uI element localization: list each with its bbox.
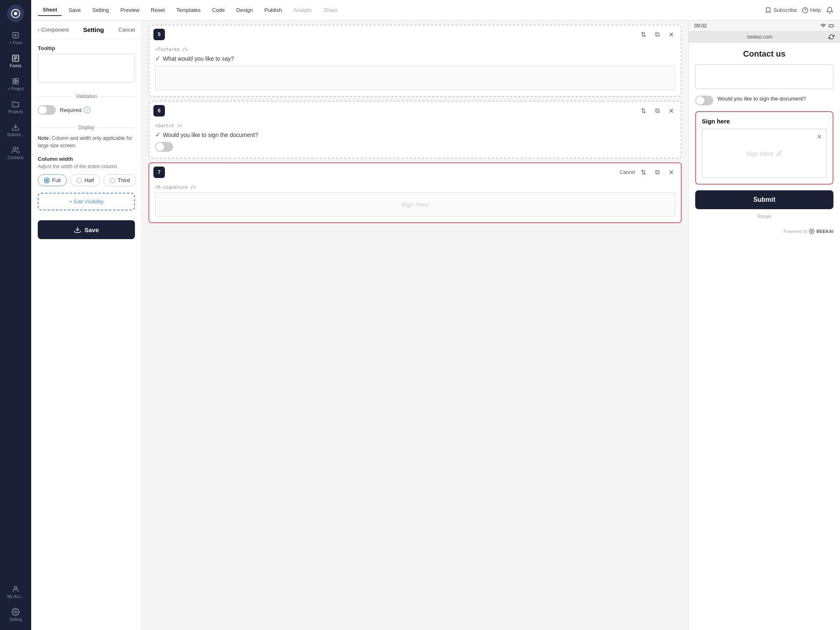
- card-5-copy-btn[interactable]: ⧉: [651, 29, 663, 40]
- card-7-actions: Cancel ⇅ ⧉ ✕: [620, 167, 677, 178]
- nav-code[interactable]: Code: [207, 5, 230, 16]
- radio-third-dot: [110, 178, 115, 183]
- preview-form-title: Contact us: [695, 49, 833, 59]
- account-icon: [11, 585, 20, 593]
- nav-preview[interactable]: Preview: [116, 5, 144, 16]
- cancel-button[interactable]: Cancel: [119, 27, 135, 33]
- sidebar-item-add-form[interactable]: + Form: [2, 28, 29, 48]
- card-6-type: <Switch />: [155, 123, 675, 128]
- sidebar-item-submissions[interactable]: Submis...: [2, 120, 29, 140]
- card-5-label: ✓ What would you like to say?: [155, 55, 675, 62]
- refresh-icon[interactable]: [829, 34, 834, 40]
- column-width-sub: Adjust the width of the entire column.: [31, 164, 142, 174]
- nav-publish[interactable]: Publish: [260, 5, 287, 16]
- card-6-delete-btn[interactable]: ✕: [665, 105, 677, 116]
- card-6-body: <Switch /> ✓ Would you like to sign the …: [149, 120, 681, 158]
- card-7-move-btn[interactable]: ⇅: [637, 167, 649, 178]
- card-5-body: <Textarea /> ✓ What would you like to sa…: [149, 43, 681, 96]
- sidebar-item-projects[interactable]: Projects: [2, 97, 29, 117]
- edit-visibility-button[interactable]: + Edit Visibility: [38, 193, 135, 210]
- sign-close-button[interactable]: ✕: [814, 132, 824, 142]
- svg-point-16: [15, 611, 17, 613]
- svg-point-14: [13, 147, 16, 150]
- form-card-5: 5 ⇅ ⧉ ✕ <Textarea /> ✓ What would you li…: [148, 25, 682, 97]
- required-row: Required i: [31, 103, 142, 121]
- preview-toggle-row: Would you like to sign the document?: [695, 95, 833, 105]
- notifications-button[interactable]: [826, 7, 833, 14]
- bell-icon: [826, 7, 833, 14]
- save-button[interactable]: Save: [38, 220, 135, 239]
- column-width-radio-group: Full Half Third: [31, 174, 142, 193]
- nav-setting[interactable]: Setting: [87, 5, 114, 16]
- svg-rect-12: [16, 82, 18, 84]
- gear-icon: [11, 608, 20, 616]
- help-button[interactable]: Help: [802, 7, 821, 14]
- display-note: Note: Column and width only applicable f…: [31, 135, 142, 154]
- bookmark-icon: [765, 7, 772, 14]
- sidebar-item-account[interactable]: My Acc...: [2, 582, 29, 602]
- card-6-number: 6: [153, 105, 165, 116]
- nav-share[interactable]: Share: [319, 5, 343, 16]
- preview-reset-link[interactable]: Reset: [695, 213, 833, 219]
- sidebar-item-add-project[interactable]: + Project: [2, 74, 29, 94]
- card-7-copy-btn[interactable]: ⧉: [651, 167, 663, 178]
- required-toggle[interactable]: [38, 105, 56, 115]
- contacts-icon: [11, 146, 20, 154]
- radio-third[interactable]: Third: [103, 174, 136, 186]
- form-card-6: 6 ⇅ ⧉ ✕ <Switch /> ✓ Would you like to s…: [148, 101, 682, 158]
- tooltip-textarea[interactable]: [38, 54, 135, 82]
- forms-icon: [11, 54, 20, 62]
- card-7-cancel[interactable]: Cancel: [620, 169, 635, 175]
- radio-half[interactable]: Half: [70, 174, 100, 186]
- nav-save[interactable]: Save: [64, 5, 86, 16]
- preview-submit-button[interactable]: Submit: [695, 190, 833, 209]
- subscribe-button[interactable]: Subscribe: [765, 7, 797, 14]
- sidebar-item-contacts[interactable]: Contacts: [2, 143, 29, 163]
- card-6-move-btn[interactable]: ⇅: [637, 105, 649, 116]
- card-6-copy-btn[interactable]: ⧉: [651, 105, 663, 116]
- svg-point-15: [14, 586, 17, 589]
- form-card-7: 7 Cancel ⇅ ⧉ ✕ <E-signature /> Sign Here: [148, 162, 682, 223]
- sidebar-item-forms[interactable]: Forms: [2, 51, 29, 71]
- card-7-sign-field[interactable]: Sign Here: [155, 192, 675, 217]
- display-divider: Display: [31, 121, 142, 135]
- preview-statusbar: 09:02: [689, 21, 840, 32]
- radio-full[interactable]: Full: [38, 174, 67, 186]
- card-5-actions: ⇅ ⧉ ✕: [637, 29, 677, 40]
- preview-content: Contact us Would you like to sign the do…: [689, 43, 840, 630]
- form-add-icon: [11, 31, 20, 39]
- card-5-textarea[interactable]: [155, 66, 675, 90]
- main-area: Sheet Save Setting Preview Reset Templat…: [31, 0, 840, 630]
- card-6-actions: ⇅ ⧉ ✕: [637, 105, 677, 116]
- card-6-switch[interactable]: [155, 142, 173, 152]
- nav-templates[interactable]: Templates: [171, 5, 205, 16]
- check-icon-6: ✓: [155, 131, 160, 139]
- card-6-label: ✓ Would you like to sign the document?: [155, 131, 675, 139]
- radio-full-dot: [44, 178, 50, 183]
- required-info-icon[interactable]: i: [84, 107, 90, 113]
- preview-toggle[interactable]: [695, 96, 713, 105]
- nav-sheet[interactable]: Sheet: [38, 4, 62, 16]
- card-5-delete-btn[interactable]: ✕: [665, 29, 677, 40]
- card-5-move-btn[interactable]: ⇅: [637, 29, 649, 40]
- tooltip-section: Tooltip: [31, 39, 142, 89]
- preview-textarea[interactable]: [695, 64, 833, 89]
- nav-reset[interactable]: Reset: [146, 5, 170, 16]
- back-button[interactable]: ‹ Component: [38, 27, 69, 33]
- nav-design[interactable]: Design: [231, 5, 258, 16]
- preview-toggle-text: Would you like to sign the document?: [717, 95, 806, 103]
- preview-urlbar: beekai.com: [689, 32, 840, 43]
- sidebar-logo[interactable]: [7, 5, 24, 22]
- logo-icon: [11, 9, 21, 18]
- card-7-delete-btn[interactable]: ✕: [665, 167, 677, 178]
- preview-sign-here-box: Sign here ✕ Sign Here: [695, 111, 833, 185]
- sidebar-item-setting[interactable]: Setting: [2, 605, 29, 625]
- card-5-number: 5: [153, 29, 165, 40]
- preview-sign-here-inner[interactable]: ✕ Sign Here: [702, 129, 827, 178]
- nav-analytic[interactable]: Analytic: [288, 5, 317, 16]
- required-label: Required i: [60, 107, 90, 113]
- right-preview: 09:02 beekai.com Contact us Would you li…: [688, 21, 840, 630]
- pencil-icon: [776, 150, 783, 157]
- battery-icon: [829, 23, 834, 29]
- powered-by: Powered by BEEKAI: [695, 225, 833, 237]
